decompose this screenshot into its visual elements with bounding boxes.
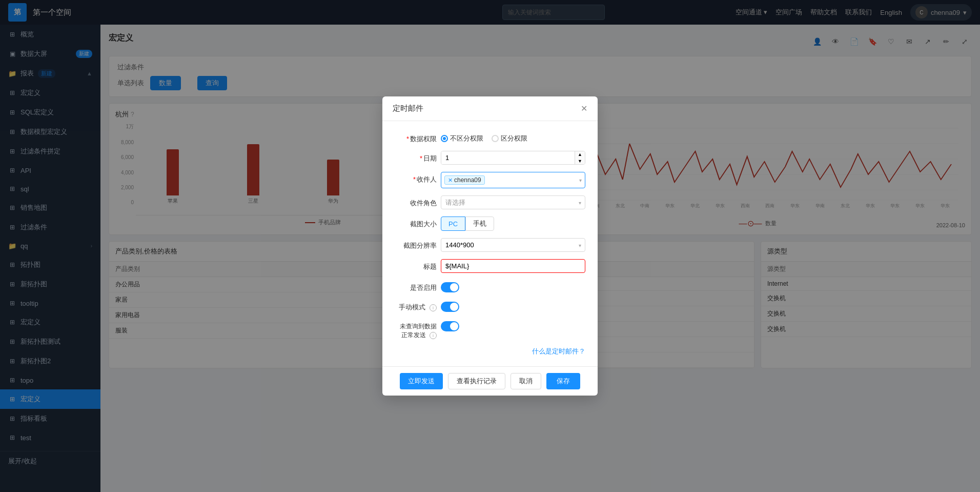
screenshot-size-label: 截图大小: [395, 217, 441, 229]
tag-input-dropdown-icon: ▾: [579, 178, 582, 183]
radio-circle-level: [492, 135, 499, 142]
modal-close-button[interactable]: ✕: [581, 104, 587, 113]
form-row-no-data: 未查询到数据正常发送 i: [395, 319, 585, 340]
date-label: 日期: [395, 151, 441, 163]
toggle-knob-enable: [450, 283, 458, 291]
date-input-wrap: ▲ ▼: [441, 151, 585, 165]
manual-mode-label: 手动模式 i: [395, 300, 441, 312]
radio-level-label: 区分权限: [501, 134, 527, 143]
recipient-tag: ✕ chenna09: [444, 175, 485, 185]
send-now-button[interactable]: 立即发送: [400, 373, 443, 389]
radio-level[interactable]: 区分权限: [492, 134, 527, 143]
role-label: 收件角色: [395, 195, 441, 208]
size-mobile-btn[interactable]: 手机: [465, 217, 494, 231]
form-row-subject: 标题: [395, 259, 585, 273]
form-row-permission: 数据权限 不区分权限 区分权限: [395, 131, 585, 144]
form-row-date: 日期 ▲ ▼: [395, 151, 585, 165]
modal-header: 定时邮件 ✕: [382, 96, 598, 121]
modal-scheduled-email: 定时邮件 ✕ 数据权限 不区分权限: [382, 96, 598, 396]
size-buttons: PC 手机: [441, 217, 585, 231]
manual-mode-control: [441, 300, 585, 312]
screenshot-size-control: PC 手机: [441, 217, 585, 231]
tag-x[interactable]: ✕: [448, 177, 453, 184]
number-spinners: ▲ ▼: [575, 151, 585, 164]
no-data-info-icon[interactable]: i: [430, 332, 437, 339]
resolution-select[interactable]: 1440*900: [441, 238, 585, 252]
cancel-button[interactable]: 取消: [511, 373, 541, 389]
role-control: 请选择 ▾: [441, 195, 585, 209]
toggle-knob-no-data: [450, 322, 458, 330]
modal-footer: 立即发送 查看执行记录 取消 保存: [382, 366, 598, 396]
role-select-wrap: 请选择 ▾: [441, 195, 585, 209]
form-row-enable: 是否启用: [395, 280, 585, 292]
subject-control: [441, 259, 585, 273]
enable-control: [441, 280, 585, 292]
date-control: ▲ ▼: [441, 151, 585, 165]
recipient-control: ✕ chenna09 ▾: [441, 172, 585, 188]
no-data-control: [441, 319, 585, 331]
permission-label: 数据权限: [395, 131, 441, 144]
date-input[interactable]: [441, 151, 575, 164]
tag-text: chenna09: [454, 176, 481, 184]
form-row-manual-mode: 手动模式 i: [395, 300, 585, 312]
res-select-wrap: 1440*900 ▾: [441, 238, 585, 252]
recipient-label: 收件人: [395, 172, 441, 184]
form-row-screenshot-size: 截图大小 PC 手机: [395, 217, 585, 231]
radio-no-level-label: 不区分权限: [450, 134, 483, 143]
view-records-button[interactable]: 查看执行记录: [448, 373, 505, 389]
resolution-control: 1440*900 ▾: [441, 238, 585, 252]
radio-circle-no-level: [441, 135, 448, 142]
enable-toggle[interactable]: [441, 282, 459, 292]
modal-title: 定时邮件: [393, 104, 423, 113]
spinner-down[interactable]: ▼: [575, 158, 585, 165]
spinner-up[interactable]: ▲: [575, 151, 585, 158]
save-button[interactable]: 保存: [546, 373, 580, 389]
radio-group-permission: 不区分权限 区分权限: [441, 131, 585, 143]
subject-input[interactable]: [441, 259, 585, 273]
manual-mode-toggle[interactable]: [441, 302, 459, 312]
size-pc-btn[interactable]: PC: [441, 217, 465, 231]
permission-control: 不区分权限 区分权限: [441, 131, 585, 143]
form-row-role: 收件角色 请选择 ▾: [395, 195, 585, 209]
form-row-recipient: 收件人 ✕ chenna09 ▾: [395, 172, 585, 188]
toggle-knob-manual: [450, 303, 458, 311]
form-row-resolution: 截图分辨率 1440*900 ▾: [395, 238, 585, 252]
enable-label: 是否启用: [395, 280, 441, 292]
modal-body: 数据权限 不区分权限 区分权限: [382, 121, 598, 366]
subject-label: 标题: [395, 259, 441, 271]
no-data-toggle[interactable]: [441, 321, 459, 331]
radio-no-level[interactable]: 不区分权限: [441, 134, 483, 143]
no-data-label: 未查询到数据正常发送 i: [395, 319, 441, 340]
role-select[interactable]: 请选择: [441, 195, 585, 209]
manual-mode-info-icon[interactable]: i: [430, 304, 437, 311]
resolution-label: 截图分辨率: [395, 238, 441, 250]
help-link[interactable]: 什么是定时邮件？: [395, 347, 585, 356]
modal-overlay: 定时邮件 ✕ 数据权限 不区分权限: [0, 0, 980, 492]
recipient-tag-input[interactable]: ✕ chenna09 ▾: [441, 172, 585, 188]
